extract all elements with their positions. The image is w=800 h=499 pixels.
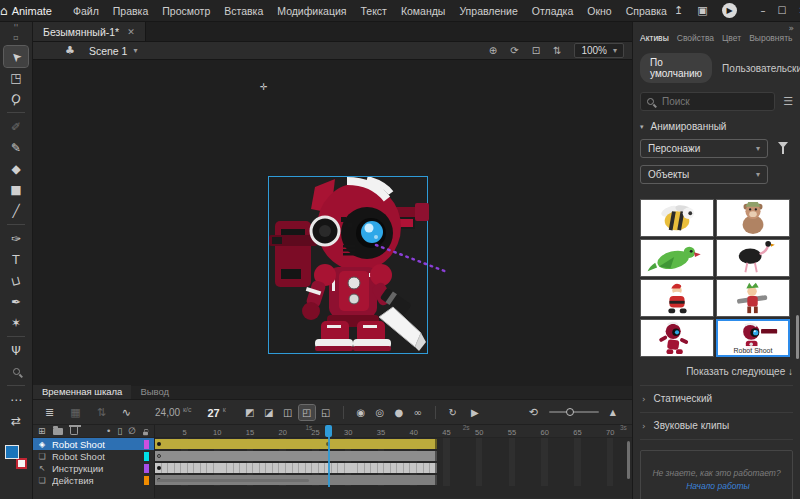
collapse-panel-icon[interactable]: » xyxy=(788,23,794,33)
keyframe-mode-icon[interactable]: ▦ xyxy=(66,406,84,419)
clip-content-icon[interactable]: ⊡ xyxy=(532,45,540,56)
timeline-tab-output[interactable]: Вывод xyxy=(131,385,178,399)
asset-warp-tool[interactable]: ✶ xyxy=(4,312,28,333)
layer-row-3[interactable]: ❏Действия xyxy=(33,474,154,486)
playhead-handle[interactable] xyxy=(325,425,332,437)
maximize-button[interactable]: ☐ xyxy=(778,5,787,16)
link-layers-button[interactable]: ∞ xyxy=(410,405,426,420)
frame-ruler[interactable]: 5101520253035404550556065701s2s3s xyxy=(155,425,632,438)
filter-icon[interactable] xyxy=(778,142,788,148)
stage-canvas[interactable]: ✛ xyxy=(33,60,632,386)
insert-blank-keyframe-button[interactable]: ◪ xyxy=(261,405,277,420)
more-tools[interactable]: ⋯ xyxy=(4,389,28,410)
layer-color-swatch[interactable] xyxy=(144,464,149,473)
free-transform-tool[interactable]: ◳ xyxy=(4,67,28,88)
paint-brush-tool[interactable]: ✑ xyxy=(4,228,28,249)
frame-row-1[interactable] xyxy=(155,450,632,462)
panel-tab-цвет[interactable]: Цвет xyxy=(722,33,741,43)
loop-button[interactable]: ↻ xyxy=(445,405,461,420)
onion-anchor-button[interactable]: ● xyxy=(391,405,407,420)
characters-dropdown[interactable]: Персонажи ▾ xyxy=(640,139,768,158)
layer-row-2[interactable]: ↖Инструкции xyxy=(33,462,154,474)
menu-правка[interactable]: Правка xyxy=(106,0,155,22)
frames-area[interactable]: 5101520253035404550556065701s2s3s xyxy=(155,425,632,498)
classic-brush-tool[interactable]: ✎ xyxy=(4,137,28,158)
layer-row-0[interactable]: ◈Robot Shoot xyxy=(33,438,154,450)
panel-tab-свойства[interactable]: Свойства xyxy=(677,33,714,43)
highlight-all-icon[interactable]: • xyxy=(106,426,111,436)
new-folder-icon[interactable] xyxy=(53,428,63,435)
center-stage-icon[interactable]: ⊕ xyxy=(489,45,497,56)
menu-модификация[interactable]: Модификация xyxy=(270,0,353,22)
share-icon[interactable]: ↥ xyxy=(674,4,683,17)
timeline-zoom-knob[interactable] xyxy=(566,408,574,416)
thumbnail-robot-shoot-character[interactable]: Robot Shoot xyxy=(716,319,790,357)
objects-dropdown[interactable]: Объекты ▾ xyxy=(640,165,768,184)
grid-scrollbar[interactable] xyxy=(796,315,799,359)
menu-управление[interactable]: Управление xyxy=(452,0,524,22)
lock-all-icon[interactable] xyxy=(143,431,148,435)
text-tool[interactable]: T xyxy=(4,249,28,270)
menu-команды[interactable]: Команды xyxy=(394,0,453,22)
new-layer-icon[interactable]: ⊞ xyxy=(38,426,46,436)
section-static[interactable]: › Статический xyxy=(640,386,793,404)
thumbnail-santa-character[interactable] xyxy=(640,279,714,317)
thumbnail-ostrich-character[interactable] xyxy=(716,239,790,277)
thumbnail-parrot-character[interactable] xyxy=(640,239,714,277)
delete-layer-icon[interactable] xyxy=(70,427,78,435)
onion-outline-button[interactable]: ◎ xyxy=(372,405,388,420)
graph-editor-icon[interactable]: ∿ xyxy=(118,406,135,419)
section-animated[interactable]: ▾ Анимированный xyxy=(640,121,793,132)
frame-row-0[interactable] xyxy=(155,438,632,450)
document-tab[interactable]: Безымянный-1* ✕ xyxy=(33,22,146,41)
timeline-horizontal-scrollbar[interactable] xyxy=(157,479,309,482)
rotate-view-icon[interactable]: ⟳ xyxy=(510,45,518,56)
search-input[interactable] xyxy=(660,95,768,108)
fill-color-swatch[interactable] xyxy=(5,445,19,459)
outline-all-icon[interactable]: ▯ xyxy=(117,426,122,436)
menu-файл[interactable]: Файл xyxy=(66,0,106,22)
spread-frames-icon[interactable]: ⇅ xyxy=(93,406,110,419)
layer-color-swatch[interactable] xyxy=(144,452,149,461)
layer-name[interactable]: Robot Shoot xyxy=(52,439,140,450)
menu-справка[interactable]: Справка xyxy=(619,0,674,22)
lasso-tool[interactable]: Ϙ xyxy=(4,88,28,109)
frame-rate[interactable]: 24,00 к/с xyxy=(155,406,191,418)
frame-row-2[interactable] xyxy=(155,462,632,474)
swap-colors-icon[interactable]: ⇄ xyxy=(4,410,28,431)
zoom-stepper-icon[interactable]: ⇅ xyxy=(553,45,561,56)
thumbnail-robot-dance-character[interactable] xyxy=(640,319,714,357)
thumbnail-elf-character[interactable] xyxy=(716,279,790,317)
timeline-zoom-slider[interactable] xyxy=(549,411,599,413)
tab-default-assets[interactable]: По умолчанию xyxy=(640,53,712,83)
screen-mode-icon[interactable]: ▣ xyxy=(697,4,707,17)
timeline-zoom-max-icon[interactable]: ▲ xyxy=(606,408,620,417)
frame-span[interactable] xyxy=(155,463,437,473)
menu-просмотр[interactable]: Просмотр xyxy=(155,0,217,22)
delete-frame-button[interactable]: ◱ xyxy=(318,405,334,420)
frame-span[interactable] xyxy=(155,439,437,449)
eraser-tool[interactable]: ◆ xyxy=(4,158,28,179)
close-tab-icon[interactable]: ✕ xyxy=(127,27,135,37)
tab-custom-assets[interactable]: Пользовательский xyxy=(722,63,800,74)
thumbnail-bear-character[interactable] xyxy=(716,199,790,237)
frame-span[interactable] xyxy=(155,451,437,461)
section-sound-clips[interactable]: › Звуковые клипы xyxy=(640,413,793,431)
panel-tab-активы[interactable]: Активы xyxy=(640,33,669,43)
search-box[interactable] xyxy=(640,92,775,111)
insert-keyframe-button[interactable]: ◩ xyxy=(242,405,258,420)
layer-color-swatch[interactable] xyxy=(144,440,149,449)
menu-окно[interactable]: Окно xyxy=(580,0,618,22)
zoom-control[interactable]: 100% ▾ xyxy=(574,43,624,58)
scene-chevron-icon[interactable]: ▾ xyxy=(133,46,137,55)
hand-tool[interactable]: Ψ xyxy=(4,340,28,361)
selection-tool[interactable]: ➤ xyxy=(4,46,28,67)
stroke-color-swatch[interactable] xyxy=(16,458,27,469)
pen-tool[interactable]: ✒ xyxy=(4,291,28,312)
line-tool[interactable]: ╱ xyxy=(4,200,28,221)
layer-name[interactable]: Действия xyxy=(52,475,140,486)
menu-вставка[interactable]: Вставка xyxy=(217,0,270,22)
home-icon[interactable]: ⌂ xyxy=(0,4,8,18)
minimize-button[interactable]: – xyxy=(761,5,766,16)
quick-share-play-icon[interactable]: ▶ xyxy=(722,3,737,18)
